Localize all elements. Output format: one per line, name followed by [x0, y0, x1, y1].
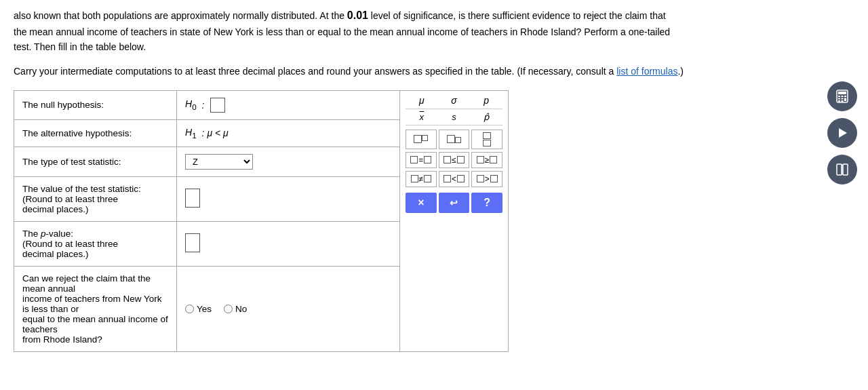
- yes-label: Yes: [197, 304, 212, 314]
- clear-button[interactable]: ×: [406, 193, 437, 213]
- intro-paragraph: also known that both populations are app…: [14, 7, 814, 54]
- table-row: The alternative hypothesis: H1 : μ < μ: [14, 119, 400, 147]
- svg-rect-7: [844, 98, 846, 102]
- test-statistic-cell: Z t Chi-square F: [177, 147, 400, 176]
- intro-text-2: level of significance, is there sufficie…: [368, 10, 666, 21]
- carry-text: Carry your intermediate computations to …: [14, 66, 616, 77]
- svg-rect-8: [838, 100, 840, 102]
- symbol-grid-row3: ≠ < >: [406, 171, 502, 187]
- subscript-btn[interactable]: [439, 130, 470, 149]
- equals-btn[interactable]: =: [406, 152, 437, 168]
- symbol-header: μ σ p: [406, 95, 502, 109]
- svg-rect-4: [844, 96, 846, 97]
- help-button[interactable]: ?: [471, 193, 502, 213]
- yes-radio-label[interactable]: Yes: [185, 304, 212, 314]
- play-icon-button[interactable]: [827, 118, 857, 148]
- lt-btn[interactable]: <: [439, 171, 470, 187]
- significance-level: 0.01: [347, 9, 368, 21]
- reject-claim-label: Can we reject the claim that the mean an…: [14, 266, 177, 351]
- intro-text-1: also known that both populations are app…: [14, 10, 347, 21]
- table-row: The p-value: (Round to at least three de…: [14, 221, 400, 266]
- table-row: The type of test statistic: Z t Chi-squa…: [14, 147, 400, 176]
- undo-button[interactable]: ↩: [439, 193, 470, 213]
- svg-rect-2: [838, 96, 840, 97]
- symbol-grid-row1: [406, 130, 502, 149]
- alt-hypothesis-cell: H1 : μ < μ: [177, 119, 400, 147]
- intro-text-4: test. Then fill in the table below.: [14, 41, 146, 52]
- book-icon-button[interactable]: [827, 155, 857, 184]
- test-statistic-label: The type of test statistic:: [14, 147, 177, 176]
- main-layout: The null hypothesis: H0 : The alternativ…: [14, 90, 854, 352]
- formulas-link[interactable]: list of formulas: [616, 66, 677, 77]
- intro-text-3: the mean annual income of teachers in st…: [14, 26, 670, 37]
- neq-btn[interactable]: ≠: [406, 171, 437, 187]
- side-icons: [827, 81, 857, 184]
- symbol-panel: μ σ p x s p̂: [400, 90, 509, 352]
- reject-claim-cell: Yes No: [177, 266, 400, 351]
- pvalue-cell: [177, 221, 400, 266]
- superscript-btn[interactable]: [406, 130, 437, 149]
- pvalue-input-box[interactable]: [185, 233, 200, 252]
- gt-btn[interactable]: >: [471, 171, 502, 187]
- alt-relation: : μ < μ: [202, 128, 229, 138]
- header-p: p: [470, 95, 502, 106]
- alt-hypothesis-label: The alternative hypothesis:: [14, 119, 177, 147]
- symbol-row2: x s p̂: [406, 112, 502, 125]
- test-statistic-select[interactable]: Z t Chi-square F: [185, 154, 253, 170]
- svg-rect-6: [842, 98, 844, 100]
- play-icon: [835, 126, 849, 140]
- action-row: × ↩ ?: [406, 193, 502, 213]
- header-sigma: σ: [438, 95, 471, 106]
- hypothesis-table: The null hypothesis: H0 : The alternativ…: [14, 90, 400, 352]
- table-row: The null hypothesis: H0 :: [14, 90, 400, 119]
- svg-rect-5: [838, 98, 840, 100]
- svg-rect-12: [843, 164, 848, 175]
- header-mu: μ: [406, 95, 438, 106]
- null-hypothesis-cell: H0 :: [177, 90, 400, 119]
- no-radio-label[interactable]: No: [224, 304, 247, 314]
- alt-h-symbol: H1: [185, 127, 197, 140]
- carry-text-paragraph: Carry your intermediate computations to …: [14, 64, 814, 79]
- svg-rect-9: [842, 100, 844, 102]
- no-radio[interactable]: [224, 305, 233, 313]
- yes-radio[interactable]: [185, 305, 194, 313]
- svg-rect-1: [838, 92, 846, 94]
- s-symbol: s: [438, 112, 471, 122]
- pvalue-label: The p-value: (Round to at least three de…: [14, 221, 177, 266]
- test-value-input-box[interactable]: [185, 189, 200, 208]
- fraction-btn[interactable]: [471, 130, 502, 149]
- no-label: No: [235, 304, 247, 314]
- svg-rect-11: [837, 164, 842, 175]
- svg-rect-3: [842, 96, 844, 97]
- test-value-cell: [177, 176, 400, 221]
- xbar-symbol: x: [406, 112, 438, 122]
- null-colon: :: [202, 100, 205, 111]
- table-row: The value of the test statistic: (Round …: [14, 176, 400, 221]
- calculator-icon: [835, 89, 850, 104]
- geq-btn[interactable]: ≥: [471, 152, 502, 168]
- null-input-box[interactable]: [210, 98, 225, 113]
- calculator-icon-button[interactable]: [827, 81, 857, 111]
- test-value-label: The value of the test statistic: (Round …: [14, 176, 177, 221]
- symbol-grid-row2: = ≤ ≥: [406, 152, 502, 168]
- hatp-symbol: p̂: [470, 112, 502, 122]
- carry-end: .): [677, 66, 684, 77]
- null-h-symbol: H0: [185, 98, 197, 111]
- book-icon: [835, 162, 850, 177]
- svg-marker-10: [839, 128, 847, 138]
- null-hypothesis-label: The null hypothesis:: [14, 90, 177, 119]
- table-row: Can we reject the claim that the mean an…: [14, 266, 400, 351]
- leq-btn[interactable]: ≤: [439, 152, 470, 168]
